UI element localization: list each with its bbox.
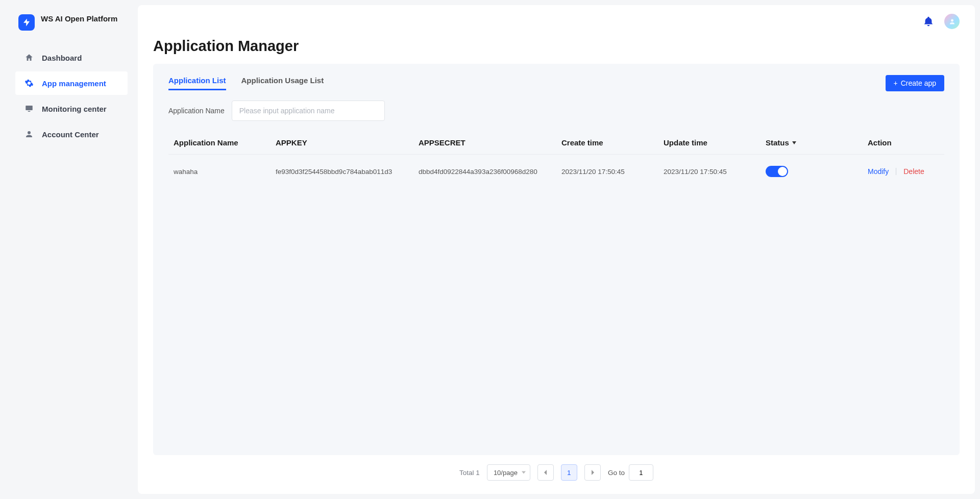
sidebar-item-dashboard[interactable]: Dashboard (15, 46, 128, 69)
cell-action: Modify Delete (863, 155, 944, 189)
cell-appsecret: dbbd4fd0922844a393a236f00968d280 (413, 155, 556, 189)
goto-label: Go to (608, 469, 625, 477)
sidebar-item-label: Dashboard (42, 54, 82, 62)
sidebar-nav: Dashboard App management Monitoring cent… (15, 46, 128, 146)
brand: WS AI Open Platform (15, 14, 128, 31)
page-number-button[interactable]: 1 (561, 464, 577, 481)
application-name-input[interactable] (232, 101, 385, 121)
user-icon (24, 130, 34, 139)
pagination-total: Total 1 (459, 469, 480, 477)
main-area: Application Manager Application List App… (138, 5, 975, 494)
page-title: Application Manager (153, 38, 960, 55)
bell-icon[interactable] (923, 16, 934, 27)
tab-application-list[interactable]: Application List (168, 76, 226, 90)
monitor-icon (24, 104, 34, 113)
cell-status (761, 155, 863, 189)
create-app-label: Create app (901, 79, 936, 87)
cell-create-time: 2023/11/20 17:50:45 (556, 155, 658, 189)
brand-name: WS AI Open Platform (41, 14, 117, 24)
applications-table: Application Name APPKEY APPSECRET Create… (168, 131, 944, 188)
sort-caret-icon (792, 141, 796, 144)
goto-input[interactable] (629, 464, 653, 481)
th-create-time: Create time (556, 131, 658, 155)
sidebar: WS AI Open Platform Dashboard App manage… (5, 5, 138, 494)
tab-application-usage-list[interactable]: Application Usage List (241, 76, 324, 90)
filter-label: Application Name (168, 107, 225, 115)
th-status-label: Status (766, 138, 789, 147)
th-appkey: APPKEY (271, 131, 413, 155)
cell-update-time: 2023/11/20 17:50:45 (658, 155, 761, 189)
svg-rect-0 (26, 106, 33, 110)
sidebar-item-label: App management (42, 79, 106, 88)
chevron-down-icon (522, 471, 526, 474)
table-row: wahaha fe93f0d3f254458bbd9c784abab011d3 … (168, 155, 944, 189)
content: Application Manager Application List App… (138, 38, 975, 494)
gear-icon (24, 79, 34, 88)
th-status[interactable]: Status (761, 131, 863, 155)
page-prev-button[interactable] (537, 464, 554, 481)
action-divider (896, 168, 896, 175)
th-action: Action (863, 131, 944, 155)
pagination: Total 1 10/page 1 Go to (153, 455, 960, 484)
delete-link[interactable]: Delete (903, 167, 924, 176)
modify-link[interactable]: Modify (868, 167, 889, 176)
filter-row: Application Name (168, 101, 944, 121)
page-goto: Go to (608, 464, 653, 481)
tabs-row: Application List Application Usage List … (168, 75, 944, 91)
cell-name: wahaha (168, 155, 271, 189)
sidebar-item-app-management[interactable]: App management (15, 71, 128, 95)
th-appsecret: APPSECRET (413, 131, 556, 155)
cell-appkey: fe93f0d3f254458bbd9c784abab011d3 (271, 155, 413, 189)
panel: Application List Application Usage List … (153, 64, 960, 455)
tabs: Application List Application Usage List (168, 76, 324, 90)
sidebar-item-label: Monitoring center (42, 105, 107, 113)
page-size-label: 10/page (494, 469, 518, 477)
page-size-select[interactable]: 10/page (487, 464, 530, 481)
plus-icon: + (894, 80, 898, 87)
sidebar-item-monitoring-center[interactable]: Monitoring center (15, 97, 128, 120)
avatar[interactable] (944, 14, 960, 29)
home-icon (24, 53, 34, 62)
brand-logo-icon (18, 14, 35, 31)
sidebar-item-account-center[interactable]: Account Center (15, 122, 128, 146)
th-update-time: Update time (658, 131, 761, 155)
svg-rect-1 (28, 111, 31, 112)
topbar (138, 5, 975, 38)
status-toggle[interactable] (766, 166, 788, 177)
page-next-button[interactable] (584, 464, 601, 481)
create-app-button[interactable]: + Create app (886, 75, 944, 91)
sidebar-item-label: Account Center (42, 130, 99, 139)
th-name: Application Name (168, 131, 271, 155)
